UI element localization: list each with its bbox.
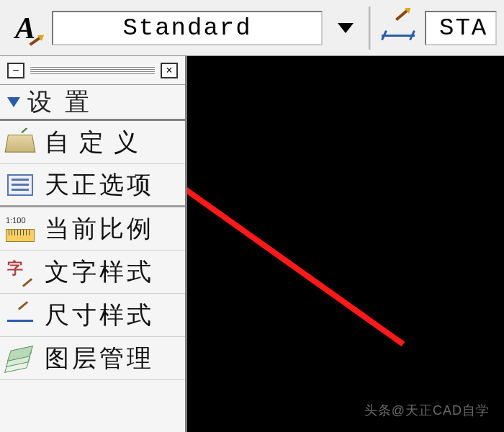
text-style-edit-icon: 字 xyxy=(4,256,36,288)
dimension-style-edit-icon xyxy=(4,300,36,331)
scale-ruler-icon: 1:100 xyxy=(4,213,36,245)
menu-item-options[interactable]: 天正选项 xyxy=(0,164,185,207)
minimize-button[interactable]: − xyxy=(7,63,24,78)
watermark: 头条@天正CAD自学 xyxy=(364,402,490,419)
menu-label: 图层管理 xyxy=(45,342,154,375)
menu-label: 当前比例 xyxy=(45,212,154,246)
menu-label: 自定义 xyxy=(45,126,148,159)
menu-label: 尺寸样式 xyxy=(45,299,154,332)
toolbar-separator xyxy=(369,6,372,50)
menu-item-scale[interactable]: 1:100 当前比例 xyxy=(0,207,185,251)
panel-header: − × xyxy=(0,56,185,85)
dropdown-arrow-icon[interactable] xyxy=(331,11,360,45)
menu-label: 天正选项 xyxy=(45,168,154,202)
menu-item-custom[interactable]: 自定义 xyxy=(0,121,185,164)
side-panel: − × 设置 自定义 天正选项 1:100 xyxy=(0,56,187,432)
menu-item-text-style[interactable]: 字 文字样式 xyxy=(0,251,185,294)
layer-manager-icon xyxy=(4,343,36,374)
main-area: − × 设置 自定义 天正选项 1:100 xyxy=(0,56,504,432)
svg-line-3 xyxy=(187,168,403,344)
annotation-arrow xyxy=(187,56,504,431)
dim-style-value: STA xyxy=(439,14,487,42)
dim-style-dropdown[interactable]: STA xyxy=(425,11,497,45)
text-style-value: Standard xyxy=(122,14,251,42)
top-toolbar: A Standard STA xyxy=(0,0,504,56)
menu-label: 文字样式 xyxy=(45,256,154,289)
svg-marker-0 xyxy=(338,23,354,33)
dimension-style-icon[interactable] xyxy=(380,14,416,42)
collapse-arrow-icon[interactable] xyxy=(6,94,22,110)
text-style-icon[interactable]: A xyxy=(7,10,43,46)
book-pencil-icon xyxy=(4,127,36,158)
panel-title: 设置 xyxy=(27,86,102,119)
menu-item-dim-style[interactable]: 尺寸样式 xyxy=(0,294,185,337)
panel-title-row[interactable]: 设置 xyxy=(0,85,185,121)
menu-item-layers[interactable]: 图层管理 xyxy=(0,337,185,380)
svg-marker-1 xyxy=(7,97,20,107)
options-dialog-icon xyxy=(4,169,36,201)
drawing-canvas[interactable]: 头条@天正CAD自学 xyxy=(187,56,504,432)
close-button[interactable]: × xyxy=(161,63,178,78)
drag-handle[interactable] xyxy=(30,67,155,74)
text-style-dropdown[interactable]: Standard xyxy=(52,11,323,45)
